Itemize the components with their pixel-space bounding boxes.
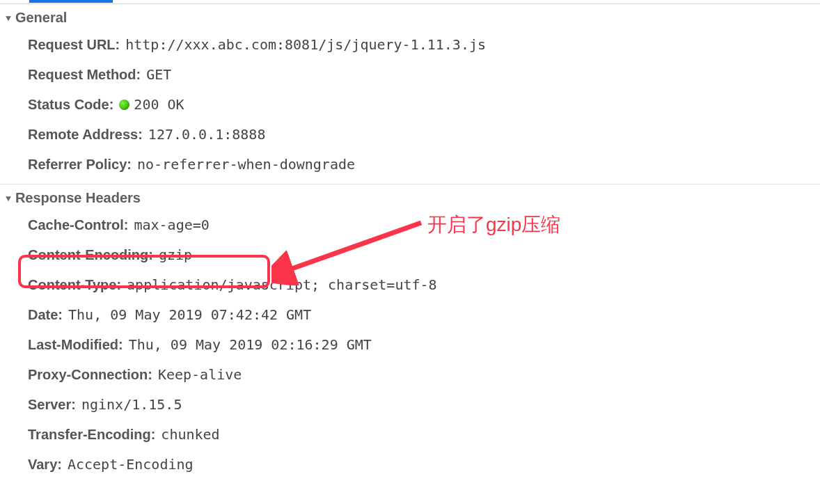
value-cache-control: max-age=0 — [134, 216, 209, 235]
value-last-modified: Thu, 09 May 2019 02:16:29 GMT — [129, 336, 372, 354]
top-tab-indicator — [0, 0, 820, 4]
row-proxy-connection: Proxy-Connection: Keep-alive — [0, 360, 820, 390]
label-content-encoding: Content-Encoding: — [28, 246, 153, 265]
label-cache-control: Cache-Control: — [28, 216, 128, 235]
value-request-method: GET — [146, 65, 171, 84]
label-vary: Vary: — [28, 455, 62, 474]
value-vary: Accept-Encoding — [68, 455, 194, 474]
section-title-general: General — [15, 10, 67, 26]
collapse-triangle-icon: ▼ — [3, 13, 13, 23]
label-date: Date: — [28, 306, 63, 324]
section-header-general[interactable]: ▼ General — [0, 8, 820, 30]
value-transfer-encoding: chunked — [161, 425, 219, 444]
value-date: Thu, 09 May 2019 07:42:42 GMT — [68, 306, 311, 324]
value-proxy-connection: Keep-alive — [158, 365, 242, 384]
label-status-code: Status Code: — [28, 95, 113, 114]
value-content-encoding: gzip — [159, 246, 192, 265]
label-referrer-policy: Referrer Policy: — [28, 155, 132, 174]
row-date: Date: Thu, 09 May 2019 07:42:42 GMT — [0, 300, 820, 330]
row-status-code: Status Code: 200 OK — [0, 90, 820, 120]
section-response-headers: ▼ Response Headers Cache-Control: max-ag… — [0, 184, 820, 484]
row-transfer-encoding: Transfer-Encoding: chunked — [0, 420, 820, 450]
row-content-type: Content-Type: application/javascript; ch… — [0, 270, 820, 300]
status-ok-icon — [119, 100, 129, 110]
value-referrer-policy: no-referrer-when-downgrade — [137, 155, 355, 174]
collapse-triangle-icon: ▼ — [3, 194, 13, 203]
label-last-modified: Last-Modified: — [28, 336, 123, 354]
value-server: nginx/1.15.5 — [81, 395, 182, 414]
row-content-encoding: Content-Encoding: gzip — [0, 240, 820, 270]
label-proxy-connection: Proxy-Connection: — [28, 365, 152, 384]
row-referrer-policy: Referrer Policy: no-referrer-when-downgr… — [0, 150, 820, 180]
annotation-text: 开启了gzip压缩 — [427, 212, 560, 238]
row-request-url: Request URL: http://xxx.abc.com:8081/js/… — [0, 30, 820, 60]
value-request-url: http://xxx.abc.com:8081/js/jquery-1.11.3… — [125, 36, 486, 54]
value-content-type: application/javascript; charset=utf-8 — [127, 276, 437, 294]
label-request-url: Request URL: — [28, 36, 120, 54]
row-server: Server: nginx/1.15.5 — [0, 390, 820, 420]
label-remote-address: Remote Address: — [28, 125, 143, 144]
label-request-method: Request Method: — [28, 65, 141, 84]
value-status-code: 200 OK — [134, 95, 184, 114]
row-remote-address: Remote Address: 127.0.0.1:8888 — [0, 120, 820, 150]
label-content-type: Content-Type: — [28, 276, 121, 294]
section-header-response-headers[interactable]: ▼ Response Headers — [0, 189, 820, 210]
value-remote-address: 127.0.0.1:8888 — [148, 125, 266, 144]
row-request-method: Request Method: GET — [0, 60, 820, 90]
label-server: Server: — [28, 395, 76, 414]
row-last-modified: Last-Modified: Thu, 09 May 2019 02:16:29… — [0, 330, 820, 360]
row-cache-control: Cache-Control: max-age=0 — [0, 210, 820, 240]
label-transfer-encoding: Transfer-Encoding: — [28, 425, 155, 444]
section-title-response-headers: Response Headers — [15, 190, 141, 206]
row-vary: Vary: Accept-Encoding — [0, 450, 820, 480]
section-general: ▼ General Request URL: http://xxx.abc.co… — [0, 4, 820, 184]
